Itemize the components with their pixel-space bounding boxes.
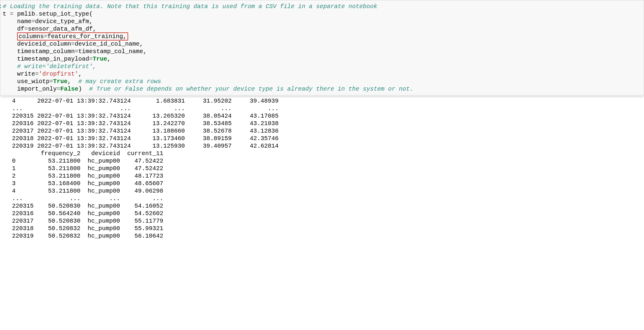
code-op: = — [89, 56, 93, 62]
code-text: df — [3, 26, 24, 32]
code-text — [3, 33, 17, 40]
output-line: frequency_2 deviceid current_11 — [12, 150, 644, 157]
code-op: = — [50, 78, 53, 85]
code-comment: # Loading the training data. Note that t… — [3, 3, 377, 10]
output-line: 220316 2022-07-01 13:39:32.743124 13.242… — [12, 120, 644, 127]
code-op: = — [10, 10, 14, 17]
code-op: . — [35, 10, 39, 17]
code-text: import_only — [3, 86, 57, 92]
output-line: 220316 50.564240 hc_pump00 54.52602 — [12, 210, 644, 217]
code-keyword: True — [53, 78, 68, 85]
code-text: device_id_col_name, — [75, 40, 143, 47]
output-line: ... ... ... ... — [12, 195, 644, 202]
code-comment: # True or False depends on whether your … — [89, 86, 413, 92]
code-op: = — [71, 40, 75, 47]
code-text: use_wiotp — [3, 78, 50, 85]
code-text: device_type_afm, — [35, 18, 93, 25]
code-text: , — [78, 70, 82, 77]
highlighted-columns-arg: columns=features_for_training, — [17, 32, 128, 40]
output-line: 220319 50.520832 hc_pump00 56.10642 — [12, 232, 644, 240]
code-string: 'dropfirst' — [39, 70, 78, 77]
code-keyword: False — [60, 86, 78, 92]
code-text: timestamp_in_payload — [3, 56, 89, 62]
output-line: 220317 2022-07-01 13:39:32.743124 13.188… — [12, 127, 644, 135]
code-op: = — [57, 86, 60, 92]
code-text: t — [3, 10, 10, 17]
code-op: = — [24, 26, 28, 32]
cell-prompt: : — [0, 3, 2, 10]
output-line: 220317 50.520830 hc_pump00 55.11779 — [12, 217, 644, 225]
output-line: 0 53.211800 hc_pump00 47.52422 — [12, 157, 644, 165]
code-text: ) — [78, 86, 89, 92]
output-line: 220318 50.520832 hc_pump00 55.99321 — [12, 225, 644, 232]
output-line: 1 53.211800 hc_pump00 47.52422 — [12, 165, 644, 172]
output-line: 220318 2022-07-01 13:39:32.743124 13.173… — [12, 135, 644, 142]
code-op: = — [75, 48, 78, 55]
output-line: 4 53.211800 hc_pump00 49.06298 — [12, 187, 644, 195]
code-text: , — [68, 78, 78, 85]
code-text: , — [107, 56, 111, 62]
code-text: write — [3, 70, 35, 77]
output-area: 4 2022-07-01 13:39:32.743124 1.683831 31… — [0, 95, 644, 240]
output-line: 220319 2022-07-01 13:39:32.743124 13.125… — [12, 142, 644, 150]
output-line: ... ... ... ... ... — [12, 105, 644, 112]
code-op: = — [44, 33, 47, 40]
code-op: = — [32, 18, 35, 25]
code-text: timestamp_col_name, — [78, 48, 147, 55]
code-text: sensor_data_afm_df, — [28, 26, 96, 32]
code-block[interactable]: # Loading the training data. Note that t… — [3, 3, 644, 93]
output-line: 220315 50.520830 hc_pump00 54.16052 — [12, 202, 644, 210]
code-comment: # write='deletefirst', — [3, 63, 96, 70]
code-text: columns — [19, 33, 44, 40]
code-keyword: True — [93, 56, 107, 62]
code-text: pmlib — [14, 10, 35, 17]
code-text: features_for_training, — [47, 33, 127, 40]
code-comment: # may create extra rows — [78, 78, 161, 85]
output-line: 3 53.168400 hc_pump00 48.65607 — [12, 180, 644, 187]
code-cell: : # Loading the training data. Note that… — [0, 0, 644, 95]
code-op: = — [35, 70, 39, 77]
output-line: 2 53.211800 hc_pump00 48.17723 — [12, 172, 644, 180]
code-text: timestamp_column — [3, 48, 75, 55]
code-text: setup_iot_type( — [39, 10, 93, 17]
code-text: deviceid_column — [3, 40, 71, 47]
output-line: 220315 2022-07-01 13:39:32.743124 13.265… — [12, 112, 644, 120]
code-text: name — [3, 18, 32, 25]
output-line: 4 2022-07-01 13:39:32.743124 1.683831 31… — [12, 97, 644, 105]
